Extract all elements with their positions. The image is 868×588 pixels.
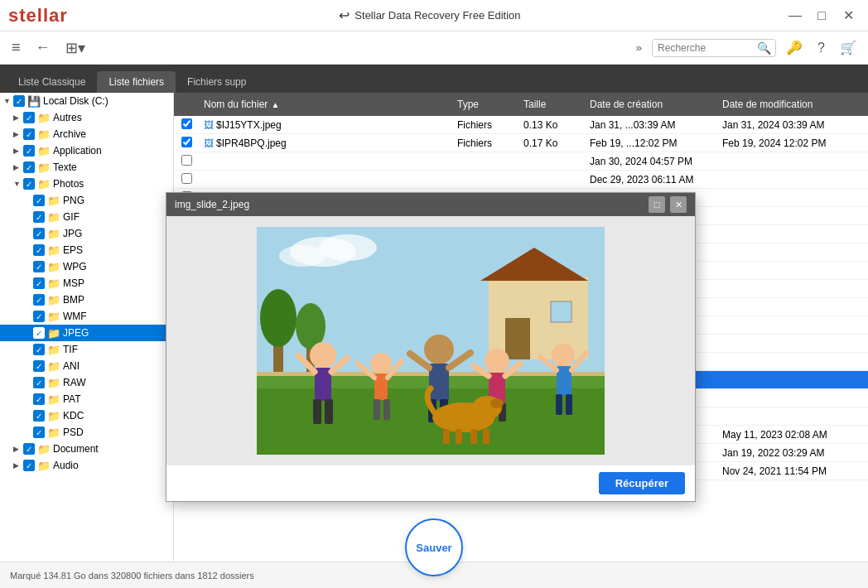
back-button[interactable]: ← (31, 36, 55, 60)
preview-image-area (166, 216, 695, 465)
tree-checkbox[interactable]: ✓ (33, 244, 45, 256)
tree-checkbox[interactable]: ✓ (33, 344, 45, 355)
sort-arrow-icon: ▲ (271, 100, 279, 109)
sidebar-item-document[interactable]: ▶ ✓ 📁 Document (0, 441, 173, 457)
tree-checkbox[interactable]: ✓ (13, 95, 25, 107)
tree-checkbox[interactable]: ✓ (23, 443, 35, 455)
file-name-cell: 🖼 $IJ15YTX.jpeg (199, 119, 454, 131)
svg-rect-6 (505, 318, 530, 359)
tree-checkbox[interactable]: ✓ (33, 327, 45, 339)
svg-rect-50 (556, 394, 562, 415)
main-content: ▼ ✓ 💾 Local Disk (C:) ▶ ✓ 📁 Autres ▶ ✓ 📁… (0, 93, 868, 561)
sidebar-item-label: EPS (63, 244, 83, 256)
table-row[interactable]: 🖼 $IPR4BPQ.jpeg Fichiers 0.17 Ko Feb 19,… (174, 134, 868, 152)
sidebar-item-raw[interactable]: ✓ 📁 RAW (0, 374, 173, 391)
sidebar-item-jpeg[interactable]: ✓ 📁 JPEG (0, 325, 173, 341)
nav-tabs: Liste Classique Liste fichiers Fichiers … (0, 65, 868, 93)
tree-checkbox[interactable]: ✓ (33, 294, 45, 306)
sidebar-item-msp[interactable]: ✓ 📁 MSP (0, 275, 173, 292)
row-check[interactable] (174, 173, 199, 186)
row-check[interactable] (174, 155, 199, 168)
header-type[interactable]: Type (454, 99, 520, 110)
folder-icon: 📁 (47, 327, 60, 340)
sidebar-item-png[interactable]: ✓ 📁 PNG (0, 192, 173, 209)
folder-icon: 📁 (47, 244, 60, 257)
recover-button[interactable]: Récupérer (599, 472, 685, 494)
file-modified: Nov 24, 2021 11:54 PM (719, 465, 868, 477)
file-created: Jan 30, 2024 04:57 PM (586, 156, 719, 167)
more-button[interactable]: » (631, 38, 647, 57)
svg-rect-44 (470, 429, 477, 444)
sidebar-item-wmf[interactable]: ✓ 📁 WMF (0, 308, 173, 325)
table-row[interactable]: Dec 29, 2023 06:11 AM (174, 171, 868, 189)
tab-liste-fichiers[interactable]: Liste fichiers (97, 71, 176, 93)
sidebar-item-texte[interactable]: ▶ ✓ 📁 Texte (0, 159, 173, 176)
svg-point-27 (424, 335, 454, 364)
cart-button[interactable]: 🛒 (835, 36, 861, 59)
sidebar-item-psd[interactable]: ✓ 📁 PSD (0, 424, 173, 441)
sidebar-item-photos[interactable]: ▼ ✓ 📁 Photos (0, 176, 173, 192)
tree-checkbox[interactable]: ✓ (23, 161, 35, 173)
maximize-button[interactable]: □ (810, 4, 833, 27)
preview-title: img_slide_2.jpeg (175, 199, 249, 210)
sidebar-item-label: PSD (63, 427, 84, 438)
tree-checkbox[interactable]: ✓ (33, 360, 45, 372)
tab-liste-classique[interactable]: Liste Classique (7, 71, 97, 93)
help-button[interactable]: ? (813, 37, 830, 59)
tree-checkbox[interactable]: ✓ (33, 427, 45, 438)
tree-checkbox[interactable]: ✓ (33, 228, 45, 239)
sidebar-item-label: Local Disk (C:) (43, 95, 108, 107)
tree-checkbox[interactable]: ✓ (33, 211, 45, 223)
tree-checkbox[interactable]: ✓ (23, 178, 35, 190)
tree-checkbox[interactable]: ✓ (23, 145, 35, 157)
row-check[interactable] (174, 137, 199, 150)
row-check[interactable] (174, 118, 199, 132)
sidebar-item-autres[interactable]: ▶ ✓ 📁 Autres (0, 109, 173, 126)
sidebar-item-tif[interactable]: ✓ 📁 TIF (0, 341, 173, 358)
tree-arrow-icon: ▶ (13, 147, 23, 155)
tree-checkbox[interactable]: ✓ (33, 261, 45, 272)
sidebar-item-ani[interactable]: ✓ 📁 ANI (0, 358, 173, 374)
tree-checkbox[interactable]: ✓ (33, 393, 45, 405)
view-button[interactable]: ⊞▾ (60, 36, 90, 60)
table-row[interactable]: Jan 30, 2024 04:57 PM (174, 152, 868, 171)
sidebar-item-eps[interactable]: ✓ 📁 EPS (0, 242, 173, 258)
preview-title-buttons: □ ✕ (649, 196, 687, 213)
sidebar-item-kdc[interactable]: ✓ 📁 KDC (0, 407, 173, 424)
header-created[interactable]: Date de création (586, 99, 719, 110)
tree-checkbox[interactable]: ✓ (33, 311, 45, 322)
sidebar-item-application[interactable]: ▶ ✓ 📁 Application (0, 142, 173, 159)
tree-checkbox[interactable]: ✓ (23, 112, 35, 123)
tree-checkbox[interactable]: ✓ (23, 128, 35, 140)
preview-maximize-button[interactable]: □ (649, 196, 665, 213)
header-name[interactable]: Nom du fichier ▲ (199, 99, 454, 110)
sidebar-item-bmp[interactable]: ✓ 📁 BMP (0, 292, 173, 308)
toolbar: ≡ ← ⊞▾ » 🔍 🔑 ? 🛒 (0, 31, 868, 65)
close-button[interactable]: ✕ (837, 4, 860, 27)
tree-checkbox[interactable]: ✓ (33, 277, 45, 289)
tree-checkbox[interactable]: ✓ (33, 410, 45, 422)
sidebar-item-archive[interactable]: ▶ ✓ 📁 Archive (0, 126, 173, 142)
tree-checkbox[interactable]: ✓ (23, 460, 35, 471)
menu-button[interactable]: ≡ (7, 36, 26, 60)
sidebar-item-label: WPG (63, 261, 87, 272)
svg-rect-26 (383, 399, 390, 420)
search-input[interactable] (658, 42, 757, 54)
sidebar-item-wpg[interactable]: ✓ 📁 WPG (0, 258, 173, 275)
save-button[interactable]: Sauver (405, 518, 463, 576)
tab-fichiers-supp[interactable]: Fichiers supp (176, 71, 258, 93)
table-row[interactable]: 🖼 $IJ15YTX.jpeg Fichiers 0.13 Ko Jan 31,… (174, 116, 868, 134)
minimize-button[interactable]: — (784, 4, 807, 27)
tree-checkbox[interactable]: ✓ (33, 195, 45, 206)
sidebar-item-gif[interactable]: ✓ 📁 GIF (0, 209, 173, 225)
header-size[interactable]: Taille (520, 99, 586, 110)
tree-checkbox[interactable]: ✓ (33, 377, 45, 388)
sidebar-item-pat[interactable]: ✓ 📁 PAT (0, 391, 173, 407)
preview-close-button[interactable]: ✕ (670, 196, 687, 213)
sidebar-item-local-disk[interactable]: ▼ ✓ 💾 Local Disk (C:) (0, 93, 173, 109)
header-modified[interactable]: Date de modification (719, 99, 868, 110)
sidebar-item-jpg[interactable]: ✓ 📁 JPG (0, 225, 173, 242)
sidebar-item-audio[interactable]: ▶ ✓ 📁 Audio (0, 457, 173, 474)
folder-icon: 📁 (37, 161, 51, 174)
key-button[interactable]: 🔑 (781, 36, 808, 59)
